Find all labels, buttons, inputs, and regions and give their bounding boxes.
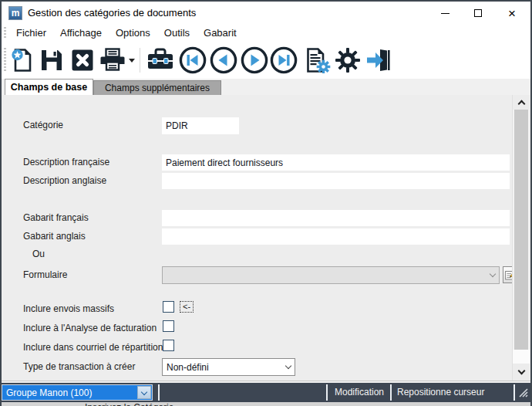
minimize-icon (441, 13, 450, 14)
first-record-button[interactable] (177, 45, 208, 76)
toolbar-separator (140, 48, 140, 73)
previous-record-button[interactable] (208, 45, 239, 76)
close-button[interactable]: × (499, 2, 525, 25)
status-cursor: Repositionne curseur (397, 387, 484, 398)
menu-outils[interactable]: Outils (157, 25, 197, 42)
status-separator (390, 384, 392, 401)
briefcase-icon (145, 47, 176, 73)
next-record-button[interactable] (239, 45, 270, 76)
status-separator (158, 384, 160, 401)
form-panel: Catégorie Description française Descript… (2, 95, 530, 381)
maximize-button[interactable] (465, 2, 491, 25)
gabarit-fr-label: Gabarit français (23, 212, 89, 223)
resize-grip[interactable] (518, 387, 529, 401)
focus-marker: <- (180, 301, 194, 313)
status-mode: Modification (330, 387, 389, 398)
close-icon: × (508, 7, 516, 20)
description-fr-label: Description française (23, 157, 109, 167)
category-label: Catégorie (23, 120, 63, 130)
delete-x-icon (69, 47, 96, 73)
inclure-analyse-facturation-label: Inclure à l'Analyse de facturation (23, 323, 157, 333)
menu-bar: Fichier Affichage Options Outils Gabarit (2, 25, 530, 42)
scrollbar-track[interactable] (513, 350, 530, 364)
printer-icon (98, 47, 127, 73)
inclure-envois-massifs-checkbox[interactable] (163, 301, 174, 313)
app-icon: m (8, 6, 22, 20)
chevron-down-icon (490, 271, 496, 277)
print-button[interactable] (97, 45, 128, 76)
group-select[interactable]: Groupe Manon (100) (2, 384, 153, 401)
status-separator (326, 384, 328, 401)
description-en-label: Description anglaise (23, 175, 106, 186)
previous-record-icon (209, 46, 238, 75)
menu-fichier[interactable]: Fichier (9, 25, 53, 42)
scroll-up-button[interactable] (513, 95, 530, 110)
new-record-button[interactable] (8, 45, 37, 76)
scrollbar-thumb[interactable] (514, 110, 528, 350)
formulaire-select[interactable] (162, 266, 500, 284)
next-record-icon (240, 46, 269, 75)
inclure-courriel-repartition-checkbox[interactable] (163, 340, 174, 351)
type-transaction-label: Type de transaction à créer (23, 361, 135, 372)
minimize-button[interactable] (432, 2, 458, 25)
group-select-value: Groupe Manon (100) (2, 387, 136, 398)
menu-options[interactable]: Options (109, 25, 157, 42)
toolbar-grip-handle[interactable] (4, 48, 6, 71)
group-select-arrow[interactable] (137, 386, 151, 399)
tab-champs-supplementaires[interactable]: Champs supplémentaires (93, 80, 221, 95)
or-label: Ou (32, 249, 45, 259)
new-document-star-icon (9, 47, 35, 73)
status-bar: Groupe Manon (100) Modification Repositi… (2, 383, 530, 402)
save-floppy-icon (39, 47, 65, 73)
exit-button[interactable] (362, 45, 393, 76)
resize-grip-icon (518, 387, 529, 398)
report-settings-button[interactable] (301, 45, 333, 76)
tab-strip: Champs de base Champs supplémentaires (2, 79, 530, 95)
tab-champs-de-base[interactable]: Champs de base (5, 79, 93, 95)
type-transaction-value: Non-défini (167, 362, 286, 373)
caret-down-icon (129, 59, 135, 63)
menu-grip-handle[interactable] (4, 27, 6, 39)
description-en-input[interactable] (162, 173, 510, 189)
inclure-analyse-facturation-checkbox[interactable] (163, 320, 174, 332)
toolbox-button[interactable] (143, 45, 177, 76)
gabarit-en-input[interactable] (162, 228, 510, 245)
toolbar (2, 42, 530, 79)
title-bar: m Gestion des catégories de documents × (2, 2, 530, 25)
formulaire-label: Formulaire (23, 269, 67, 280)
hint-text: Inscrivez la Catégorie (85, 402, 173, 406)
inclure-envois-massifs-label: Inclure envois massifs (23, 303, 114, 314)
gabarit-fr-input[interactable] (162, 210, 510, 226)
inclure-courriel-repartition-label: Inclure dans courriel de répartition (23, 342, 163, 353)
chevron-down-icon (517, 367, 525, 375)
description-fr-input[interactable] (162, 154, 510, 171)
scroll-down-button[interactable] (513, 364, 530, 381)
maximize-icon (474, 9, 482, 17)
app-window: m Gestion des catégories de documents × … (0, 0, 532, 406)
menu-affichage[interactable]: Affichage (53, 25, 109, 42)
delete-button[interactable] (68, 45, 97, 76)
vertical-scrollbar (512, 95, 529, 381)
menu-gabarit[interactable]: Gabarit (197, 25, 244, 42)
hint-strip: Inscrivez la Catégorie (2, 402, 530, 406)
print-dropdown-arrow[interactable] (127, 45, 136, 76)
status-separator (513, 384, 515, 401)
first-record-icon (178, 46, 207, 75)
gabarit-en-label: Gabarit anglais (23, 231, 86, 242)
save-button[interactable] (37, 45, 66, 76)
window-title: Gestion des catégories de documents (28, 7, 196, 19)
last-record-button[interactable] (268, 45, 299, 76)
document-gear-icon (303, 47, 331, 73)
chevron-down-icon (285, 363, 291, 369)
chevron-down-icon (141, 388, 147, 394)
chevron-up-icon (517, 100, 525, 108)
type-transaction-select[interactable]: Non-défini (162, 358, 295, 376)
category-input[interactable] (162, 117, 239, 134)
last-record-icon (269, 46, 298, 75)
gear-icon (333, 46, 362, 75)
exit-door-icon (364, 47, 392, 73)
settings-button[interactable] (332, 45, 364, 76)
